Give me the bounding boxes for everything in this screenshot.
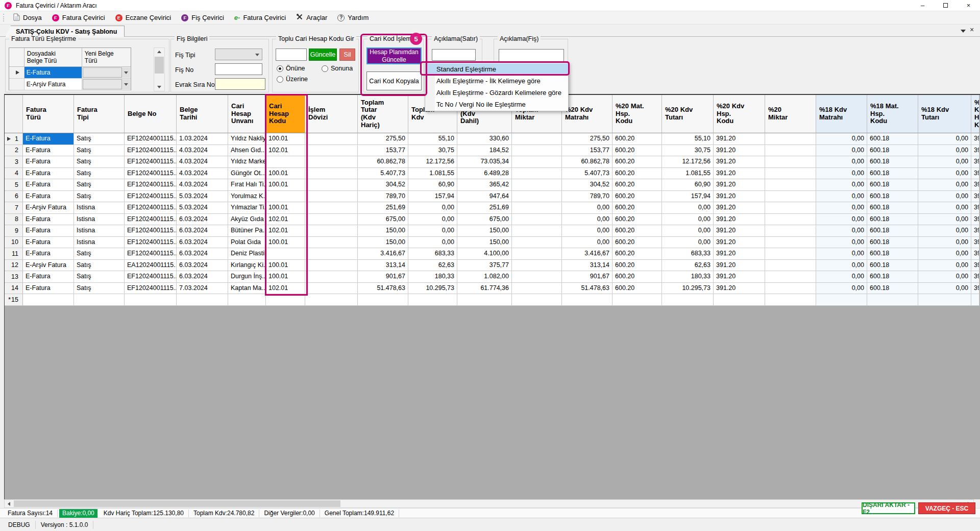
grid-cell[interactable]	[512, 191, 562, 203]
grid-cell[interactable]: 153,77	[562, 145, 612, 157]
grid-cell[interactable]: 51.478,63	[358, 283, 408, 295]
grid-cell[interactable]: 100.01	[266, 237, 305, 249]
row-header[interactable]: 6	[5, 191, 23, 203]
grid-cell[interactable]	[305, 283, 358, 295]
grid-cell[interactable]	[305, 179, 358, 191]
grid-cell[interactable]: 60,90	[408, 179, 457, 191]
grid-cell[interactable]	[765, 145, 816, 157]
grid-cell[interactable]: 180,33	[408, 271, 457, 283]
grid-cell[interactable]: 61.774,36	[457, 283, 512, 295]
grid-cell[interactable]: 4.03.2024	[177, 179, 228, 191]
menu-item-araclar[interactable]: Araçlar	[291, 11, 332, 24]
grid-cell[interactable]: 600.18	[867, 168, 918, 180]
grid-cell[interactable]: 789,70	[562, 191, 612, 203]
cari-kod-kopyala-button[interactable]: Cari Kod Kopyala	[366, 71, 422, 90]
grid-cell[interactable]: 600.20	[612, 283, 662, 295]
grid-cell[interactable]	[125, 294, 177, 306]
grid-cell[interactable]: 30,75	[408, 145, 457, 157]
grid-cell[interactable]: E-Fatura	[23, 156, 74, 168]
grid-cell[interactable]: 391.20	[971, 271, 979, 283]
grid-cell[interactable]: 391.20	[714, 202, 765, 214]
grid-cell[interactable]: 4.03.2024	[177, 168, 228, 180]
grid-cell[interactable]: 0,00	[662, 214, 714, 226]
grid-cell[interactable]: 600.20	[612, 271, 662, 283]
grid-cell[interactable]: 1.081,55	[662, 168, 714, 180]
grid-cell[interactable]: 102.01	[266, 214, 305, 226]
grid-cell[interactable]	[765, 202, 816, 214]
close-button[interactable]: ×	[957, 0, 980, 11]
menu-item-dosya[interactable]: Dosya	[8, 11, 47, 24]
grid-cell[interactable]: 0,00	[562, 214, 612, 226]
scroll-down-icon[interactable]	[154, 83, 164, 91]
grid-cell[interactable]	[765, 260, 816, 272]
grid-cell[interactable]: 4.03.2024	[177, 145, 228, 157]
grid-cell[interactable]: 0,00	[816, 168, 867, 180]
column-header-kdv18-hsp-kodu[interactable]: %18 Kdv Hsp. Kodu	[971, 95, 979, 133]
grid-cell[interactable]: E-Fatura	[23, 214, 74, 226]
menu-item-fis-cevirici[interactable]: F Fiş Çevirici	[176, 11, 229, 24]
row-header[interactable]: 11	[5, 248, 23, 260]
menu-item-standard-eslestirme[interactable]: Standard Eşleştirme	[425, 63, 568, 75]
grid-cell[interactable]: 0,00	[816, 237, 867, 249]
grid-cell[interactable]: 55,10	[408, 133, 457, 145]
grid-cell[interactable]: 391.20	[971, 283, 979, 295]
grid-cell[interactable]: 330,60	[457, 133, 512, 145]
grid-cell[interactable]: 600.20	[612, 248, 662, 260]
grid-cell[interactable]: E-Arşiv Fatura	[23, 202, 74, 214]
column-header-cari-hesap-unvani[interactable]: Cari Hesap Unvanı	[228, 95, 266, 133]
grid-cell[interactable]: 184,52	[457, 145, 512, 157]
grid-cell[interactable]: 275,50	[358, 133, 408, 145]
grid-cell[interactable]: 102.01	[266, 225, 305, 237]
grid-cell[interactable]	[305, 191, 358, 203]
column-header-mat18-hsp-kodu[interactable]: %18 Mat. Hsp. Kodu	[867, 95, 918, 133]
grid-cell[interactable]	[765, 248, 816, 260]
grid-cell[interactable]	[305, 214, 358, 226]
grid-cell[interactable]: 600.18	[867, 214, 918, 226]
grid-cell[interactable]: 391.20	[714, 225, 765, 237]
grid-cell[interactable]: 304,52	[358, 179, 408, 191]
grid-cell[interactable]	[305, 133, 358, 145]
grid-cell[interactable]: 901,67	[358, 271, 408, 283]
menu-item-eczane-cevirici[interactable]: E Eczane Çevirici	[110, 11, 177, 24]
grid-cell[interactable]: 391.20	[714, 179, 765, 191]
grid-cell[interactable]: Satış	[74, 168, 125, 180]
grid-cell[interactable]	[512, 237, 562, 249]
grid-cell[interactable]: EF12024001115...	[125, 202, 177, 214]
grid-cell[interactable]: 391.20	[714, 156, 765, 168]
grid-cell[interactable]	[765, 237, 816, 249]
grid-cell[interactable]: 6.03.2024	[177, 237, 228, 249]
grid-cell[interactable]: 6.03.2024	[177, 214, 228, 226]
grid-cell[interactable]: Yıldız Market	[228, 156, 266, 168]
grid-cell[interactable]: 0,00	[562, 237, 612, 249]
grid-cell[interactable]: 150,00	[358, 237, 408, 249]
grid-cell[interactable]: 0,00	[918, 225, 971, 237]
grid-cell[interactable]: 600.20	[612, 214, 662, 226]
sil-button[interactable]: Sil	[339, 49, 355, 61]
grid-cell[interactable]	[23, 294, 74, 306]
grid-cell[interactable]: 251,69	[457, 202, 512, 214]
grid-cell[interactable]: 391.20	[971, 237, 979, 249]
menu-item-tcno-vergino[interactable]: Tc No / Vergi No ile Eşleştirme	[425, 99, 568, 110]
grid-cell[interactable]: E-Arşiv Fatura	[23, 260, 74, 272]
grid-cell[interactable]: E-Fatura	[23, 283, 74, 295]
grid-cell[interactable]: Fırat Halı Ti...	[228, 179, 266, 191]
grid-cell[interactable]: 947,64	[457, 191, 512, 203]
scroll-left-icon[interactable]	[5, 500, 13, 508]
grid-cell[interactable]	[74, 294, 125, 306]
grid-cell[interactable]: 0,00	[816, 133, 867, 145]
grid-cell[interactable]: 0,00	[918, 202, 971, 214]
grid-cell[interactable]: 0,00	[662, 225, 714, 237]
grid-cell[interactable]: 251,69	[358, 202, 408, 214]
grid-cell[interactable]	[305, 145, 358, 157]
grid-cell[interactable]	[512, 260, 562, 272]
column-header-toplam-tutar-kdv-haric[interactable]: Toplam Tutar (Kdv Hariç)	[358, 95, 408, 133]
grid-cell[interactable]: 0,00	[816, 202, 867, 214]
column-header-belge-no[interactable]: Belge No	[125, 95, 177, 133]
grid-cell[interactable]: 391.20	[971, 133, 979, 145]
row-header[interactable]: 12	[5, 260, 23, 272]
grid-cell[interactable]: Yorulmaz K...	[228, 191, 266, 203]
grid-cell[interactable]	[562, 294, 612, 306]
grid-cell[interactable]	[512, 225, 562, 237]
grid-cell[interactable]: 150,00	[457, 237, 512, 249]
grid-cell[interactable]	[765, 214, 816, 226]
